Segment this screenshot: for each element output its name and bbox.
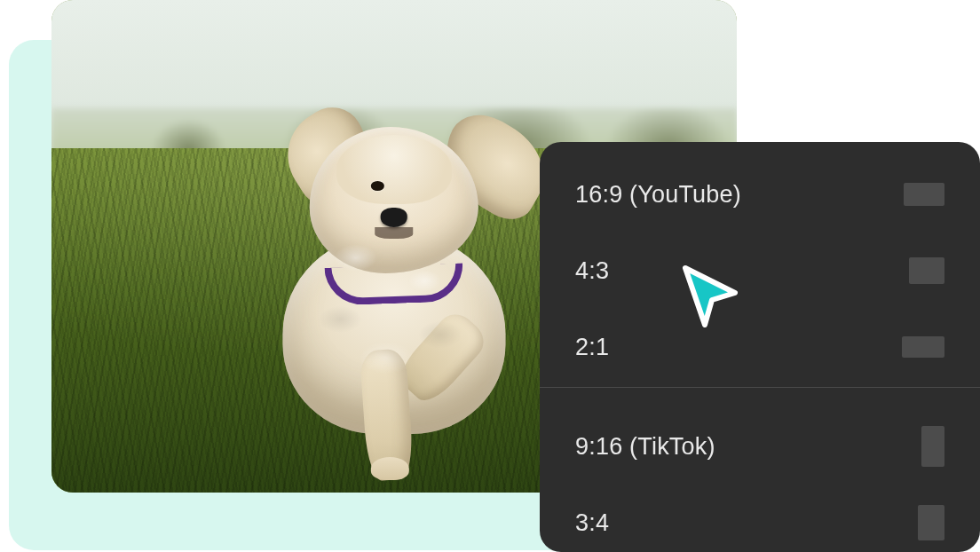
aspect-ratio-panel: 16:9 (YouTube) 4:3 2:1 9:16 (TikTok) 3:4	[540, 142, 980, 552]
aspect-ratio-option-4-3[interactable]: 4:3	[540, 233, 980, 309]
aspect-ratio-swatch-icon	[918, 505, 944, 540]
aspect-ratio-swatch-icon	[904, 183, 944, 206]
aspect-ratio-divider	[540, 387, 980, 388]
aspect-ratio-option-9-16[interactable]: 9:16 (TikTok)	[540, 408, 980, 485]
aspect-ratio-list-portrait: 9:16 (TikTok) 3:4	[540, 408, 980, 552]
aspect-ratio-list-landscape: 16:9 (YouTube) 4:3 2:1	[540, 142, 980, 385]
aspect-ratio-option-16-9[interactable]: 16:9 (YouTube)	[540, 156, 980, 233]
aspect-ratio-option-3-4[interactable]: 3:4	[540, 485, 980, 552]
aspect-ratio-swatch-icon	[909, 257, 944, 284]
photo-dog	[202, 89, 586, 473]
aspect-ratio-label: 16:9 (YouTube)	[575, 181, 741, 209]
aspect-ratio-label: 9:16 (TikTok)	[575, 433, 715, 461]
aspect-ratio-label: 4:3	[575, 257, 609, 285]
aspect-ratio-label: 2:1	[575, 334, 609, 361]
aspect-ratio-swatch-icon	[921, 426, 944, 467]
aspect-ratio-label: 3:4	[575, 509, 609, 537]
aspect-ratio-swatch-icon	[902, 336, 944, 358]
aspect-ratio-option-2-1[interactable]: 2:1	[540, 309, 980, 385]
stage: 16:9 (YouTube) 4:3 2:1 9:16 (TikTok) 3:4	[0, 0, 980, 552]
